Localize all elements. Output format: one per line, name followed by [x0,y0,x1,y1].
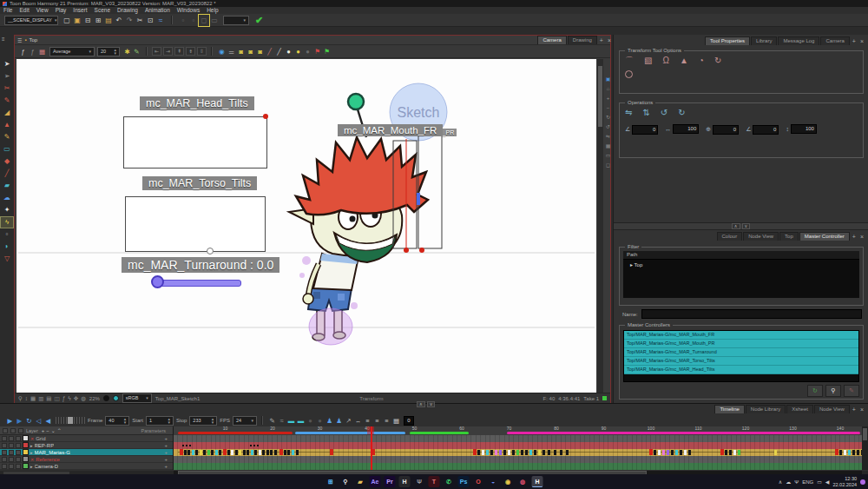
lasso-icon[interactable]: ⌒ [625,56,634,65]
keyframe-marker[interactable] [658,450,661,455]
close-view-button[interactable]: × [858,37,865,45]
menu-windows[interactable]: Windows [174,7,203,14]
camera-canvas[interactable]: Sketch [16,59,596,393]
menu-animation[interactable]: Animation [141,7,174,14]
colorspace-dropdown[interactable]: sRGB▾ [122,393,152,403]
tab-node-view[interactable]: Node View [743,232,779,241]
dim-toggle-icon[interactable]: ● [306,417,315,425]
keyframe-marker[interactable] [254,450,257,455]
keyframe-marker[interactable] [654,450,656,455]
status-icon[interactable]: ↕ [25,395,28,401]
layer-toggle-cell[interactable] [2,457,7,462]
spinner-icon[interactable]: ▴▾ [168,417,171,424]
layer-toggle-cell[interactable] [16,457,21,462]
scene-display-dropdown[interactable]: __SCENE_DISPLAY▾ [4,16,58,25]
keyframe-marker[interactable] [195,450,198,455]
collapse-up-icon[interactable]: ∧ [732,223,740,229]
lock-icon[interactable]: ◙ [236,48,246,56]
menu-view[interactable]: View [33,7,52,14]
keyframe-marker[interactable] [473,449,477,455]
add-sound-layer-icon[interactable]: ≈ [277,417,286,425]
locate-button[interactable]: ⚲ [825,385,841,397]
pose-icon[interactable]: ✎ [132,48,141,56]
layer-row[interactable]: ▸MAR_Marias-G+ [0,449,173,456]
frame-field[interactable]: 40▴▾ [105,416,129,426]
keyframe-marker[interactable] [495,450,497,455]
head-tilts-handle[interactable] [263,114,268,119]
scrollbar-thumb[interactable] [598,66,602,127]
playhead[interactable] [371,426,372,470]
after-effects[interactable]: Ae [370,476,381,487]
keyframe-marker[interactable] [675,450,678,455]
cut-icon[interactable]: ✂ [135,15,145,26]
add-drawing-layer-icon[interactable]: ✎ [267,417,277,425]
peg-mode-icon[interactable] [625,70,633,78]
layer-color-chip[interactable] [23,463,29,469]
transform-tool-icon[interactable]: ➢ [1,71,13,82]
add-view-button[interactable]: + [851,37,858,45]
render-flag-icon[interactable]: ⚑ [312,48,322,56]
language-indicator[interactable]: ENG [802,479,813,485]
layer-toggle-cell[interactable] [16,443,21,448]
keyframe-marker[interactable] [211,450,214,455]
master-controller-item[interactable]: Top/MAR_Marias-G/mc_MAR_Mouth_FR [624,331,858,340]
keyframe-marker[interactable] [284,450,286,455]
keyframe-marker[interactable] [848,450,851,455]
status-icon[interactable]: ⚲ [18,395,23,402]
tab-camera[interactable]: Camera [537,36,566,44]
keyframe-marker[interactable] [239,450,241,455]
dim-toggle-icon[interactable]: ● [315,417,325,425]
data-view-icon[interactable]: ≡ [382,417,391,425]
lock-icon[interactable]: ◙ [246,48,255,56]
paste-icon[interactable]: ⊡ [145,15,155,26]
keyframe-marker[interactable] [490,450,493,455]
storyboard[interactable]: T [429,476,440,487]
keyframe-marker[interactable] [521,450,523,455]
keyframe-marker[interactable] [274,450,277,455]
keyframe-marker[interactable] [215,450,218,455]
layer-name[interactable]: Camera-D [35,464,59,469]
tab-colour[interactable]: Colour [717,232,743,241]
status-icon[interactable]: ▤ [46,395,51,402]
keyframe-marker[interactable] [738,450,740,455]
rotation-field[interactable]: 0 [632,125,658,135]
panel-splitter[interactable]: ∧ ∨ [417,401,435,407]
keyframe-marker[interactable] [662,450,665,455]
keyframe-marker[interactable] [243,450,246,455]
tray-caret-icon[interactable]: ∧ [779,479,782,485]
start-button[interactable]: ⊞ [326,476,337,487]
keyframe-marker[interactable] [486,450,489,455]
menu-play[interactable]: Play [52,7,70,14]
path-column-header[interactable]: Path [623,251,859,260]
mirror-view-icon[interactable]: ⇋ [606,134,610,140]
save-version-icon[interactable]: ⊞ [93,15,103,26]
name-input[interactable] [641,309,862,319]
keyframe-marker[interactable] [296,450,299,455]
loop-button[interactable]: ↻ [24,417,34,425]
keyframe-marker[interactable] [667,450,669,455]
expand-arrow-icon[interactable]: ▸ [30,443,33,448]
keyframe-marker[interactable] [184,450,187,455]
add-parameter-button[interactable]: + [164,457,173,462]
keyframe-marker[interactable] [516,450,519,455]
spinner-icon[interactable]: ▴▾ [212,417,214,424]
search-button[interactable]: ⚲ [340,476,352,487]
paint-tool-icon[interactable]: ◆ [1,156,13,167]
status-icon[interactable]: ◫ [54,395,59,402]
keyframe-marker[interactable] [477,450,480,455]
grid-icon[interactable]: ▦ [391,417,401,425]
render-flag-icon[interactable]: ⚑ [322,48,332,56]
recorder[interactable]: Ψ [414,476,425,487]
layer-toggle-cell[interactable] [2,464,7,469]
refresh-button[interactable]: ↻ [807,385,823,397]
keyframe-marker[interactable] [857,450,859,455]
turnaround-slider[interactable] [154,280,241,287]
add-parameter-button[interactable]: + [164,436,173,441]
next-key-icon[interactable]: ⇟ [186,47,195,56]
edit-button[interactable]: ✎ [844,385,859,397]
keyframe-marker[interactable] [192,450,194,455]
layer-toggle-cell[interactable] [16,464,21,469]
opera-gx[interactable]: ◍ [517,476,529,487]
layer-name[interactable]: Grid [36,436,45,441]
flip-horizontal-icon[interactable]: ⇋ [625,108,632,117]
